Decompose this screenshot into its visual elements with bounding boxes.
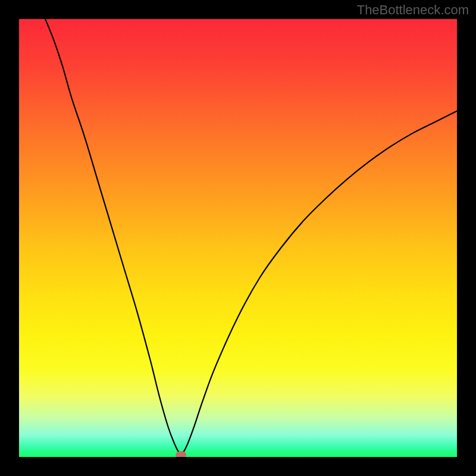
plot-area	[19, 19, 457, 457]
bottleneck-curve	[45, 19, 457, 455]
watermark-label: TheBottleneck.com	[357, 2, 469, 18]
optimum-marker	[176, 451, 186, 457]
chart-svg	[19, 19, 457, 457]
